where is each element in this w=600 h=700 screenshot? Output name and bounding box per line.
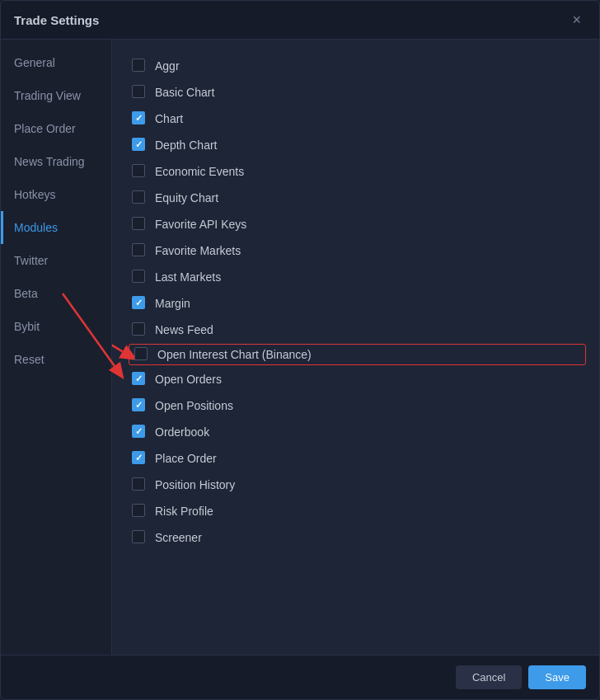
sidebar: GeneralTrading ViewPlace OrderNews Tradi… xyxy=(1,40,112,655)
checkbox-economic-events[interactable] xyxy=(132,164,147,179)
checkbox-place-order[interactable] xyxy=(132,451,147,466)
sidebar-item-general[interactable]: General xyxy=(1,46,111,79)
checkbox-favorite-markets[interactable] xyxy=(132,243,147,258)
close-button[interactable]: × xyxy=(567,11,586,29)
checkbox-risk-profile[interactable] xyxy=(132,504,147,519)
sidebar-item-reset[interactable]: Reset xyxy=(1,343,111,376)
module-label-aggr: Aggr xyxy=(155,59,180,73)
sidebar-item-place-order[interactable]: Place Order xyxy=(1,112,111,145)
sidebar-item-trading-view[interactable]: Trading View xyxy=(1,79,111,112)
module-label-risk-profile: Risk Profile xyxy=(155,505,213,518)
dialog-footer: Cancel Save xyxy=(1,655,599,699)
module-item-economic-events[interactable]: Economic Events xyxy=(129,158,586,185)
module-label-open-orders: Open Orders xyxy=(155,373,222,386)
module-item-news-feed[interactable]: News Feed xyxy=(129,317,586,343)
module-item-aggr[interactable]: Aggr xyxy=(129,53,586,79)
checkbox-news-feed[interactable] xyxy=(132,322,147,337)
module-label-economic-events: Economic Events xyxy=(155,165,244,178)
save-button[interactable]: Save xyxy=(528,665,586,689)
module-label-margin: Margin xyxy=(155,297,190,310)
sidebar-item-news-trading[interactable]: News Trading xyxy=(1,145,111,178)
module-label-news-feed: News Feed xyxy=(155,323,213,336)
checkbox-favorite-api-keys[interactable] xyxy=(132,217,147,232)
module-item-position-history[interactable]: Position History xyxy=(129,472,586,498)
module-item-basic-chart[interactable]: Basic Chart xyxy=(129,79,586,106)
checkbox-aggr[interactable] xyxy=(132,59,147,73)
sidebar-item-bybit[interactable]: Bybit xyxy=(1,310,111,343)
module-item-equity-chart[interactable]: Equity Chart xyxy=(129,185,586,211)
module-item-last-markets[interactable]: Last Markets xyxy=(129,264,586,290)
trade-settings-dialog: Trade Settings × GeneralTrading ViewPlac… xyxy=(0,0,600,700)
module-item-risk-profile[interactable]: Risk Profile xyxy=(129,498,586,524)
sidebar-item-beta[interactable]: Beta xyxy=(1,277,111,310)
checkbox-basic-chart[interactable] xyxy=(132,85,147,100)
module-label-open-positions: Open Positions xyxy=(155,399,233,412)
module-item-open-positions[interactable]: Open Positions xyxy=(129,392,586,419)
checkbox-equity-chart[interactable] xyxy=(132,190,147,205)
checkbox-depth-chart[interactable] xyxy=(132,138,147,153)
module-item-place-order[interactable]: Place Order xyxy=(129,445,586,472)
module-item-open-interest-chart[interactable]: Open Interest Chart (Binance) xyxy=(129,344,586,365)
checkbox-open-positions[interactable] xyxy=(132,398,147,413)
module-item-favorite-api-keys[interactable]: Favorite API Keys xyxy=(129,211,586,237)
sidebar-item-hotkeys[interactable]: Hotkeys xyxy=(1,178,111,211)
module-label-place-order: Place Order xyxy=(155,452,217,465)
module-label-screener: Screener xyxy=(155,531,202,544)
checkbox-chart[interactable] xyxy=(132,111,147,126)
checkbox-margin[interactable] xyxy=(132,296,147,311)
module-item-open-orders[interactable]: Open Orders xyxy=(129,366,586,392)
sidebar-item-twitter[interactable]: Twitter xyxy=(1,244,111,277)
module-item-orderbook[interactable]: Orderbook xyxy=(129,419,586,445)
checkbox-open-orders[interactable] xyxy=(132,372,147,387)
sidebar-item-modules[interactable]: Modules xyxy=(1,211,111,244)
module-label-open-interest-chart: Open Interest Chart (Binance) xyxy=(157,348,312,361)
module-label-favorite-api-keys: Favorite API Keys xyxy=(155,218,246,231)
checkbox-orderbook[interactable] xyxy=(132,425,147,439)
checkbox-screener[interactable] xyxy=(132,530,147,545)
dialog-title: Trade Settings xyxy=(14,13,99,27)
dialog-header: Trade Settings × xyxy=(1,1,599,40)
module-item-screener[interactable]: Screener xyxy=(129,524,586,551)
dialog-body: GeneralTrading ViewPlace OrderNews Tradi… xyxy=(1,40,599,655)
module-label-favorite-markets: Favorite Markets xyxy=(155,244,241,257)
svg-line-1 xyxy=(112,299,123,351)
checkbox-open-interest-chart[interactable] xyxy=(134,347,149,362)
module-label-equity-chart: Equity Chart xyxy=(155,191,218,204)
module-label-basic-chart: Basic Chart xyxy=(155,86,214,99)
module-label-chart: Chart xyxy=(155,112,183,125)
module-item-chart[interactable]: Chart xyxy=(129,106,586,132)
module-item-depth-chart[interactable]: Depth Chart xyxy=(129,132,586,158)
module-item-margin[interactable]: Margin xyxy=(129,290,586,317)
checkbox-position-history[interactable] xyxy=(132,477,147,492)
module-label-depth-chart: Depth Chart xyxy=(155,139,217,152)
module-label-last-markets: Last Markets xyxy=(155,270,221,284)
checkbox-last-markets[interactable] xyxy=(132,270,147,284)
module-label-orderbook: Orderbook xyxy=(155,425,209,439)
module-label-position-history: Position History xyxy=(155,478,235,491)
module-item-favorite-markets[interactable]: Favorite Markets xyxy=(129,237,586,264)
cancel-button[interactable]: Cancel xyxy=(456,665,522,689)
content-area: AggrBasic ChartChartDepth ChartEconomic … xyxy=(112,40,599,655)
